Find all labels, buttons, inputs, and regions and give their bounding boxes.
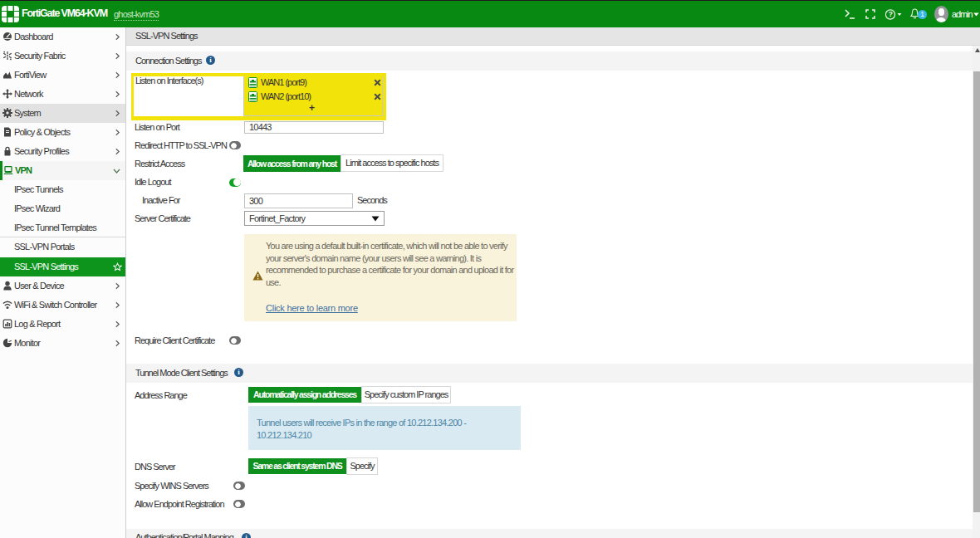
svg-text:?: ? <box>889 10 893 18</box>
